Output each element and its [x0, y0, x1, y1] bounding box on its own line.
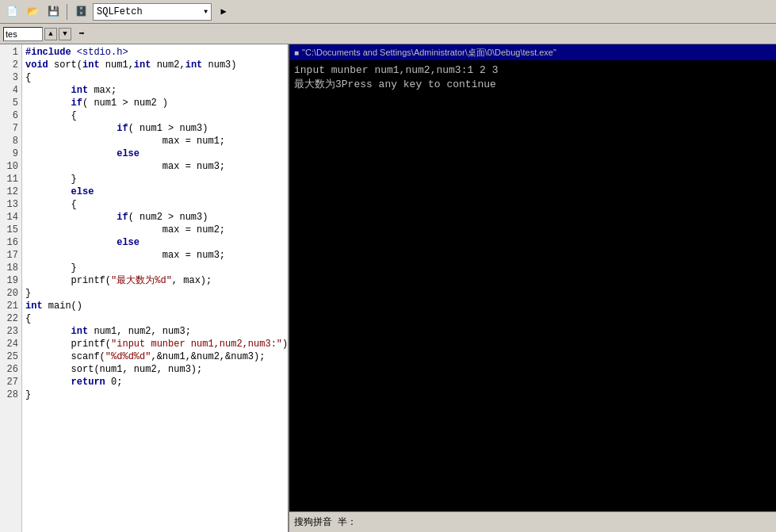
- up-btn[interactable]: ▲: [44, 28, 57, 40]
- new-icon[interactable]: 📄: [3, 3, 21, 21]
- open-icon[interactable]: 📂: [24, 3, 41, 21]
- db-icon[interactable]: 🗄️: [72, 3, 90, 21]
- code-editor: 12345 678910 1112131415 1617181920 21222…: [0, 44, 289, 532]
- terminal-line-1: input munber num1,num2,num3:1 2 3: [294, 63, 771, 78]
- go-icon[interactable]: ➡: [73, 25, 90, 43]
- toolbar-main: 📄 📂 💾 🗄️ SQLFetch ▼ ▶: [0, 0, 776, 24]
- terminal-titlebar: ■ "C:\Documents and Settings\Administrat…: [289, 44, 776, 60]
- code-body[interactable]: #include <stdio.h> void sort(int num1,in…: [22, 44, 288, 532]
- sqlfetch-dropdown[interactable]: SQLFetch ▼: [93, 3, 212, 21]
- dropdown-arrow-icon: ▼: [204, 8, 208, 15]
- terminal-body[interactable]: input munber num1,num2,num3:1 2 3 最大数为3P…: [289, 60, 776, 511]
- terminal-title: "C:\Documents and Settings\Administrator…: [302, 47, 556, 59]
- main-area: 12345 678910 1112131415 1617181920 21222…: [0, 44, 776, 532]
- terminal-container: ■ "C:\Documents and Settings\Administrat…: [289, 44, 776, 532]
- search-input[interactable]: [3, 27, 43, 41]
- save-icon[interactable]: 💾: [44, 3, 62, 21]
- terminal-line-2: 最大数为3Press any key to continue: [294, 78, 771, 92]
- toolbar-secondary: ▲ ▼ ➡: [0, 24, 776, 44]
- line-numbers: 12345 678910 1112131415 1617181920 21222…: [0, 44, 22, 532]
- terminal-icon: ■: [294, 48, 299, 57]
- ime-bar: 搜狗拼音 半：: [289, 511, 776, 532]
- code-content: 12345 678910 1112131415 1617181920 21222…: [0, 44, 288, 532]
- separator-1: [67, 4, 67, 20]
- sqlfetch-dropdown-value: SQLFetch: [97, 6, 143, 17]
- run-icon[interactable]: ▶: [215, 3, 232, 21]
- down-btn[interactable]: ▼: [59, 28, 71, 40]
- ime-text: 搜狗拼音 半：: [294, 515, 357, 529]
